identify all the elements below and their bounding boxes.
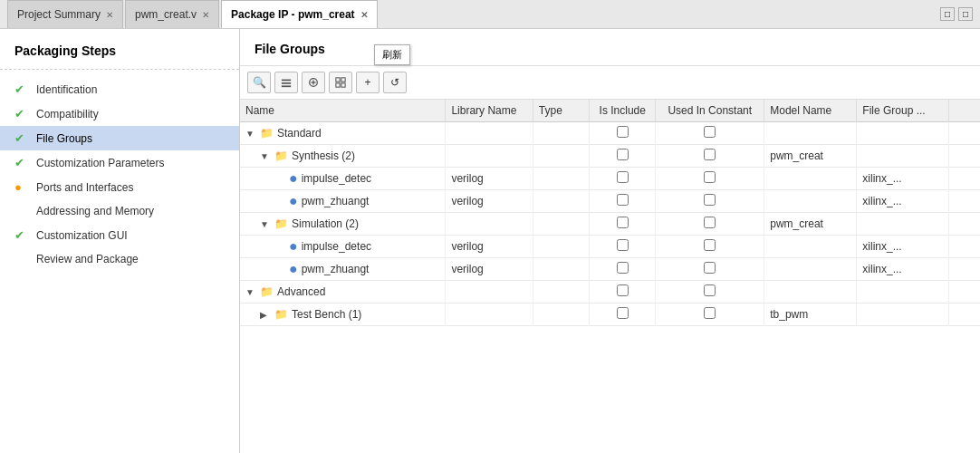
- is-include-checkbox[interactable]: [617, 171, 629, 183]
- cell-used-in-constant[interactable]: [656, 168, 764, 190]
- col-library-name[interactable]: Library Name: [446, 100, 533, 122]
- check-icon: ✔: [14, 131, 29, 145]
- expand-icon[interactable]: ▼: [245, 129, 256, 139]
- table-row: ▼ 📁 Synthesis (2) pwm_creat: [240, 145, 980, 168]
- cell-name: ▼ 📁 Simulation (2): [240, 213, 446, 236]
- sidebar-item-identification[interactable]: ✔ Identification: [0, 77, 239, 101]
- cell-is-include[interactable]: [590, 168, 656, 190]
- expand-icon[interactable]: ▶: [260, 310, 271, 320]
- maximize-button[interactable]: □: [958, 7, 973, 21]
- cell-library-name: [446, 122, 533, 145]
- used-in-constant-checkbox[interactable]: [704, 217, 716, 228]
- table-row: ▶ ● impulse_detec verilog xilinx_...: [240, 236, 980, 258]
- cell-name: ▶ ● impulse_detec: [240, 236, 446, 258]
- is-include-checkbox[interactable]: [617, 284, 629, 296]
- sidebar-item-file-groups[interactable]: ✔ File Groups: [0, 126, 239, 150]
- row-label: pwm_zhuangt: [302, 195, 370, 207]
- used-in-constant-checkbox[interactable]: [704, 262, 716, 274]
- table-row: ▼ 📁 Standard: [240, 122, 980, 145]
- svg-rect-1: [282, 82, 291, 84]
- col-type[interactable]: Type: [533, 100, 589, 122]
- tab-package-ip-close[interactable]: ✕: [360, 10, 368, 20]
- sidebar-item-ports-and-interfaces[interactable]: ● Ports and Interfaces: [0, 175, 239, 199]
- cell-model-name: [764, 168, 857, 190]
- cell-is-include[interactable]: [590, 281, 656, 304]
- tab-project-summary[interactable]: Project Summary ✕: [7, 0, 123, 28]
- sidebar-item-compatibility[interactable]: ✔ Compatibility: [0, 101, 239, 126]
- is-include-checkbox[interactable]: [617, 149, 629, 160]
- main-layout: Packaging Steps ✔ Identification ✔ Compa…: [0, 29, 980, 453]
- sidebar-item-addressing-and-memory[interactable]: Addressing and Memory: [0, 199, 239, 223]
- row-label: Advanced: [277, 285, 325, 298]
- col-used-in-constant[interactable]: Used In Constant: [656, 100, 764, 122]
- cell-type: [533, 236, 589, 258]
- cell-type: [533, 122, 589, 145]
- grid-button[interactable]: [329, 72, 352, 93]
- cell-used-in-constant[interactable]: [656, 304, 764, 326]
- expand-icon[interactable]: ▼: [260, 151, 271, 161]
- sidebar-item-customization-gui-label: Customization GUI: [36, 229, 128, 242]
- cell-is-include[interactable]: [590, 145, 656, 168]
- used-in-constant-checkbox[interactable]: [704, 171, 716, 183]
- is-include-checkbox[interactable]: [617, 307, 629, 319]
- restore-button[interactable]: □: [940, 7, 955, 21]
- cell-is-include[interactable]: [590, 304, 656, 326]
- cell-used-in-constant[interactable]: [656, 213, 764, 236]
- file-dot-icon: ●: [289, 171, 298, 186]
- cell-file-group: xilinx_...: [857, 236, 949, 258]
- cell-type: [533, 145, 589, 168]
- search-button[interactable]: 🔍: [247, 72, 271, 93]
- cell-used-in-constant[interactable]: [656, 145, 764, 168]
- cell-type: [533, 258, 589, 281]
- col-is-include[interactable]: Is Include: [590, 100, 656, 122]
- sidebar-item-ports-and-interfaces-label: Ports and Interfaces: [36, 181, 133, 194]
- cell-library-name: verilog: [446, 168, 533, 190]
- used-in-constant-checkbox[interactable]: [704, 307, 716, 319]
- is-include-checkbox[interactable]: [617, 262, 629, 274]
- cell-name: ▶ ● pwm_zhuangt: [240, 258, 446, 281]
- sidebar-item-customization-parameters[interactable]: ✔ Customization Parameters: [0, 150, 239, 175]
- expand-icon[interactable]: ▼: [260, 219, 271, 229]
- row-label: Synthesis (2): [292, 149, 355, 162]
- cell-file-group: [857, 145, 949, 168]
- cell-is-include[interactable]: [590, 258, 656, 281]
- cell-is-include[interactable]: [590, 213, 656, 236]
- col-model-name[interactable]: Model Name: [764, 100, 857, 122]
- cell-used-in-constant[interactable]: [656, 236, 764, 258]
- tab-pwm-creat-v[interactable]: pwm_creat.v ✕: [125, 0, 219, 28]
- cell-library-name: [446, 281, 533, 304]
- check-icon: ✔: [14, 107, 29, 120]
- col-name[interactable]: Name: [240, 100, 446, 122]
- cell-used-in-constant[interactable]: [656, 281, 764, 304]
- table-container[interactable]: Name Library Name Type Is Include Used I: [240, 100, 980, 453]
- refresh-button[interactable]: ↺: [383, 72, 407, 93]
- sidebar-item-customization-gui[interactable]: ✔ Customization GUI: [0, 223, 239, 247]
- add-button[interactable]: +: [356, 72, 380, 93]
- used-in-constant-checkbox[interactable]: [704, 284, 716, 296]
- cell-is-include[interactable]: [590, 190, 656, 213]
- tab-project-summary-close[interactable]: ✕: [106, 10, 113, 20]
- cell-used-in-constant[interactable]: [656, 190, 764, 213]
- cell-used-in-constant[interactable]: [656, 258, 764, 281]
- expand-button[interactable]: [302, 72, 325, 93]
- used-in-constant-checkbox[interactable]: [704, 126, 716, 138]
- col-file-group[interactable]: File Group ...: [857, 100, 949, 122]
- cell-extra: [949, 168, 980, 190]
- cell-library-name: verilog: [446, 258, 533, 281]
- sidebar-item-review-and-package[interactable]: Review and Package: [0, 247, 239, 271]
- is-include-checkbox[interactable]: [617, 126, 629, 138]
- is-include-checkbox[interactable]: [617, 239, 629, 251]
- is-include-checkbox[interactable]: [617, 217, 629, 228]
- used-in-constant-checkbox[interactable]: [704, 194, 716, 206]
- collapse-all-button[interactable]: [274, 72, 298, 93]
- is-include-checkbox[interactable]: [617, 194, 629, 206]
- cell-is-include[interactable]: [590, 122, 656, 145]
- cell-used-in-constant[interactable]: [656, 122, 764, 145]
- used-in-constant-checkbox[interactable]: [704, 149, 716, 160]
- cell-library-name: [446, 304, 533, 326]
- expand-icon[interactable]: ▼: [245, 287, 256, 297]
- tab-pwm-creat-v-close[interactable]: ✕: [202, 10, 209, 20]
- tab-package-ip[interactable]: Package IP - pwm_creat ✕: [221, 0, 378, 28]
- cell-is-include[interactable]: [590, 236, 656, 258]
- used-in-constant-checkbox[interactable]: [704, 239, 716, 251]
